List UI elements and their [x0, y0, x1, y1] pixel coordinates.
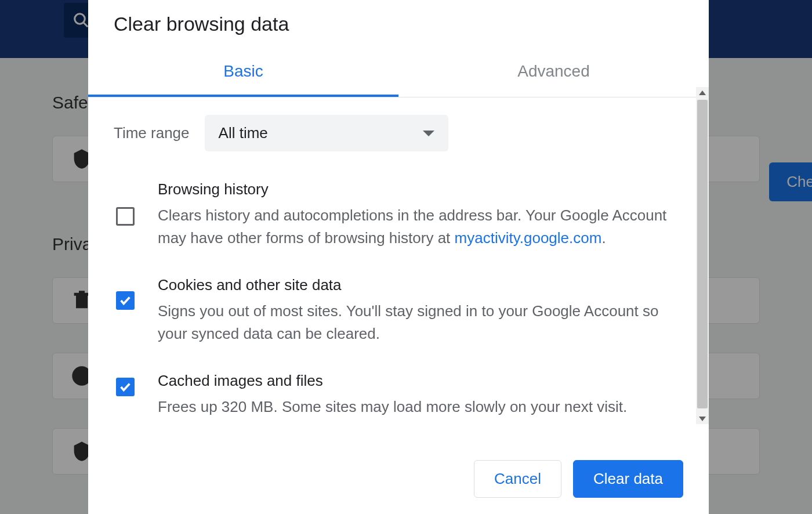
tab-advanced[interactable]: Advanced [398, 52, 709, 97]
option-cached: Cached images and files Frees up 320 MB.… [114, 372, 683, 418]
option-text: Cookies and other site data Signs you ou… [158, 276, 683, 345]
option-title: Cached images and files [158, 372, 683, 390]
checkbox-cached[interactable] [116, 378, 135, 396]
checkmark-icon [119, 381, 132, 393]
scroll-up-icon[interactable] [699, 91, 706, 95]
option-description: Clears history and autocompletions in th… [158, 204, 683, 249]
checkmark-icon [119, 294, 132, 307]
option-text: Browsing history Clears history and auto… [158, 180, 683, 249]
time-range-label: Time range [114, 124, 190, 142]
dialog-body: Time range All time Browsing history Cle… [88, 97, 709, 445]
time-range-select[interactable]: All time [205, 115, 448, 151]
option-title: Browsing history [158, 180, 683, 198]
option-title: Cookies and other site data [158, 276, 683, 294]
time-range-row: Time range All time [114, 115, 683, 151]
tab-basic[interactable]: Basic [88, 52, 398, 97]
scroll-down-icon[interactable] [699, 417, 706, 421]
dialog-title: Clear browsing data [88, 0, 709, 52]
option-description: Signs you out of most sites. You'll stay… [158, 300, 683, 345]
dialog-tabs: Basic Advanced [88, 52, 709, 97]
time-range-value: All time [219, 124, 268, 142]
scrollbar-thumb[interactable] [697, 100, 708, 408]
clear-data-button[interactable]: Clear data [573, 460, 683, 498]
option-browsing-history: Browsing history Clears history and auto… [114, 180, 683, 249]
option-cookies: Cookies and other site data Signs you ou… [114, 276, 683, 345]
option-description: Frees up 320 MB. Some sites may load mor… [158, 396, 683, 418]
option-text: Cached images and files Frees up 320 MB.… [158, 372, 683, 418]
checkbox-browsing-history[interactable] [116, 207, 135, 226]
checkbox-cookies[interactable] [116, 291, 135, 310]
dialog-footer: Cancel Clear data [88, 445, 709, 514]
cancel-button[interactable]: Cancel [474, 460, 561, 498]
myactivity-link[interactable]: myactivity.google.com [455, 229, 602, 247]
desc-suffix: . [601, 229, 606, 247]
chevron-down-icon [423, 131, 434, 136]
clear-browsing-data-dialog: Clear browsing data Basic Advanced Time … [88, 0, 709, 514]
